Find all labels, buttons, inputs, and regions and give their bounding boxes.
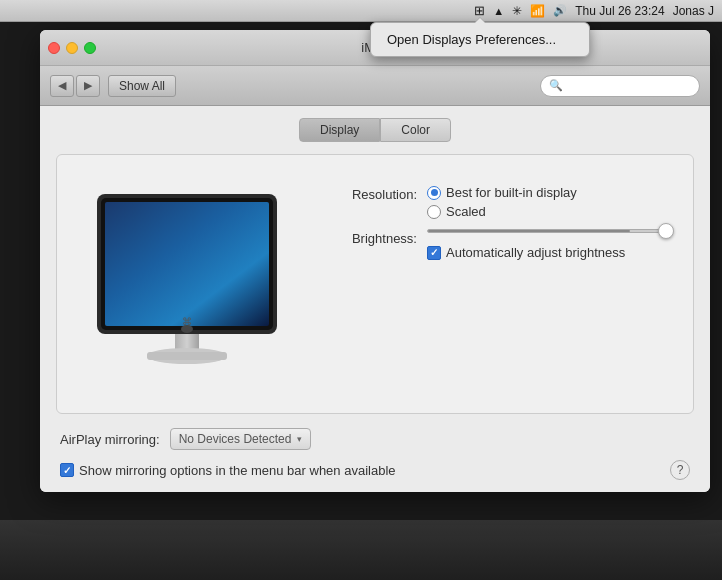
volume-menubar-icon[interactable]: 🔊 xyxy=(553,4,567,17)
menubar: ⊞ ▲ ✳ 📶 🔊 Thu Jul 26 23:24 Jonas J xyxy=(0,0,722,22)
forward-button[interactable]: ▶ xyxy=(76,75,100,97)
resolution-best-option[interactable]: Best for built-in display xyxy=(427,185,577,200)
help-button[interactable]: ? xyxy=(670,460,690,480)
resolution-scaled-radio[interactable] xyxy=(427,205,441,219)
svg-rect-2 xyxy=(105,202,269,326)
mirror-checkmark-icon: ✓ xyxy=(63,465,71,476)
open-displays-prefs-item[interactable]: Open Displays Preferences... xyxy=(371,27,589,52)
resolution-scaled-option[interactable]: Scaled xyxy=(427,204,577,219)
resolution-label: Resolution: xyxy=(327,185,417,202)
airplay-dropdown-arrow: ▾ xyxy=(297,434,302,444)
bottom-bar: AirPlay mirroring: No Devices Detected ▾ xyxy=(56,428,694,450)
auto-brightness-checkbox[interactable]: ✓ xyxy=(427,246,441,260)
controls-area: Resolution: Best for built-in display Sc… xyxy=(327,175,673,393)
screen-menubar-icon[interactable]: ⊞ xyxy=(474,3,485,18)
back-button[interactable]: ◀ xyxy=(50,75,74,97)
menubar-user: Jonas J xyxy=(673,4,714,18)
up-arrow-menubar-icon[interactable]: ▲ xyxy=(493,5,504,17)
mirror-checkbox[interactable]: ✓ xyxy=(60,463,74,477)
airplay-dropdown-text: No Devices Detected xyxy=(179,432,292,446)
show-all-button[interactable]: Show All xyxy=(108,75,176,97)
search-input[interactable] xyxy=(567,79,691,93)
resolution-row: Resolution: Best for built-in display Sc… xyxy=(327,185,673,219)
airplay-dropdown[interactable]: No Devices Detected ▾ xyxy=(170,428,312,450)
mirror-row: ✓ Show mirroring options in the menu bar… xyxy=(56,460,694,480)
resolution-best-label: Best for built-in display xyxy=(446,185,577,200)
resolution-scaled-label: Scaled xyxy=(446,204,486,219)
system-preferences-window: iMac ◀ ▶ Show All 🔍 Display Color xyxy=(40,30,710,492)
menubar-clock: Thu Jul 26 23:24 xyxy=(575,4,664,18)
svg-text:⌘: ⌘ xyxy=(182,316,192,327)
brightness-slider-track[interactable] xyxy=(427,229,667,233)
resolution-radio-group: Best for built-in display Scaled xyxy=(427,185,577,219)
tab-bar: Display Color xyxy=(56,118,694,142)
wifi-menubar-icon[interactable]: 📶 xyxy=(530,4,545,18)
background-keyboard xyxy=(0,520,722,580)
resolution-best-radio[interactable] xyxy=(427,186,441,200)
brightness-slider-fill xyxy=(428,230,630,232)
auto-brightness-label: Automatically adjust brightness xyxy=(446,245,625,260)
svg-rect-6 xyxy=(147,352,227,360)
checkmark-icon: ✓ xyxy=(430,247,438,258)
tab-display[interactable]: Display xyxy=(299,118,380,142)
nav-buttons: ◀ ▶ xyxy=(50,75,100,97)
mirror-label: Show mirroring options in the menu bar w… xyxy=(79,463,396,478)
radio-dot xyxy=(431,189,438,196)
imac-illustration: ⌘ xyxy=(87,189,287,379)
auto-brightness-row: ✓ Automatically adjust brightness xyxy=(427,245,667,260)
dropdown-popup: Open Displays Preferences... xyxy=(370,22,590,57)
toolbar: ◀ ▶ Show All 🔍 xyxy=(40,66,710,106)
brightness-slider-container xyxy=(427,229,667,233)
bluetooth-menubar-icon[interactable]: ✳ xyxy=(512,4,522,18)
brightness-slider-thumb[interactable] xyxy=(658,223,674,239)
brightness-label: Brightness: xyxy=(327,229,417,246)
search-icon: 🔍 xyxy=(549,79,563,92)
tab-color[interactable]: Color xyxy=(380,118,451,142)
airplay-label: AirPlay mirroring: xyxy=(60,432,160,447)
imac-image-container: ⌘ xyxy=(77,175,297,393)
menubar-right: ⊞ ▲ ✳ 📶 🔊 Thu Jul 26 23:24 Jonas J xyxy=(474,3,714,18)
close-button[interactable] xyxy=(48,42,60,54)
maximize-button[interactable] xyxy=(84,42,96,54)
brightness-row: Brightness: ✓ Automaticall xyxy=(327,229,673,260)
traffic-lights xyxy=(48,42,96,54)
minimize-button[interactable] xyxy=(66,42,78,54)
content-area: Display Color xyxy=(40,106,710,492)
search-box: 🔍 xyxy=(540,75,700,97)
main-panel: ⌘ Resolution: Best for built-in display xyxy=(56,154,694,414)
